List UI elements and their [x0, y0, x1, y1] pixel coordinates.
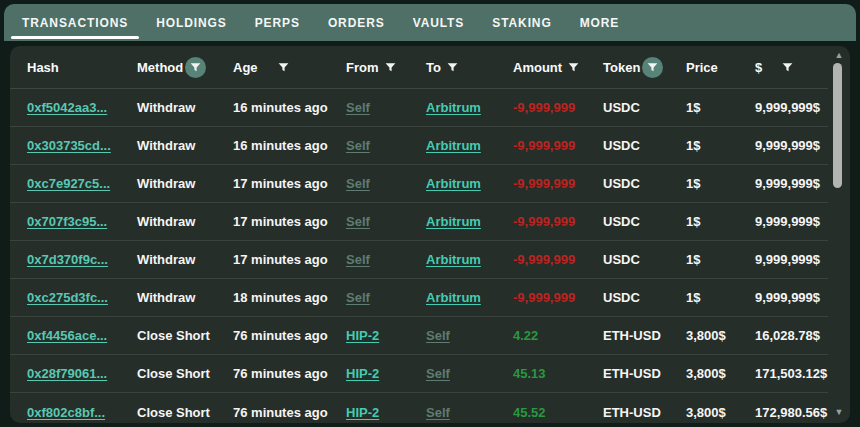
- table-row: 0xf802c8bf...Close Short76 minutes agoHI…: [10, 393, 828, 423]
- method-value: Close Short: [137, 405, 210, 420]
- to-link[interactable]: Arbitrum: [426, 290, 481, 305]
- hash-link[interactable]: 0x7d370f9c...: [27, 252, 108, 267]
- tab-holdings[interactable]: HOLDINGS: [142, 4, 241, 41]
- usd-value: 172,980.56$: [755, 405, 827, 420]
- age-value: 16 minutes ago: [233, 100, 328, 115]
- token-value: USDC: [603, 290, 640, 305]
- filter-icon[interactable]: [185, 57, 206, 78]
- to-link[interactable]: Arbitrum: [426, 138, 481, 153]
- amount-value: -9,999,999: [513, 214, 575, 229]
- table-row: 0xc7e927c5...Withdraw17 minutes agoSelfA…: [10, 165, 828, 203]
- from-link[interactable]: Self: [346, 290, 370, 305]
- tab-bar: TRANSACTIONSHOLDINGSPERPSORDERSVAULTSSTA…: [4, 4, 856, 41]
- token-value: USDC: [603, 100, 640, 115]
- hash-link[interactable]: 0x707f3c95...: [27, 214, 107, 229]
- method-value: Withdraw: [137, 138, 195, 153]
- age-value: 17 minutes ago: [233, 214, 328, 229]
- column-label: Method: [137, 60, 183, 75]
- hash-link[interactable]: 0xc7e927c5...: [27, 176, 110, 191]
- transactions-panel: HashMethodAgeFromToAmountTokenPrice$ 0xf…: [10, 46, 850, 423]
- token-value: USDC: [603, 252, 640, 267]
- price-value: 3,800$: [686, 366, 726, 381]
- price-value: 1$: [686, 100, 700, 115]
- filter-icon[interactable]: [642, 57, 663, 78]
- column-label: $: [755, 60, 762, 75]
- column-header-hash: Hash: [27, 60, 137, 75]
- to-link[interactable]: Arbitrum: [426, 176, 481, 191]
- table-row: 0x28f79061...Close Short76 minutes agoHI…: [10, 355, 828, 393]
- from-link[interactable]: Self: [346, 252, 370, 267]
- hash-link[interactable]: 0xf5042aa3...: [27, 100, 107, 115]
- tab-staking[interactable]: STAKING: [478, 4, 565, 41]
- column-label: From: [346, 60, 379, 75]
- amount-value: -9,999,999: [513, 290, 575, 305]
- to-link[interactable]: Arbitrum: [426, 100, 481, 115]
- table-body: 0xf5042aa3...Withdraw16 minutes agoSelfA…: [10, 89, 828, 423]
- column-label: Age: [233, 60, 258, 75]
- to-link[interactable]: Self: [426, 328, 450, 343]
- hash-link[interactable]: 0x28f79061...: [27, 366, 107, 381]
- from-link[interactable]: Self: [346, 214, 370, 229]
- method-value: Close Short: [137, 366, 210, 381]
- table-row: 0xc275d3fc...Withdraw18 minutes agoSelfA…: [10, 279, 828, 317]
- from-link[interactable]: Self: [346, 138, 370, 153]
- to-link[interactable]: Self: [426, 366, 450, 381]
- token-value: USDC: [603, 138, 640, 153]
- scrollbar[interactable]: ▲ ▼: [828, 46, 850, 423]
- usd-value: 9,999,999$: [755, 138, 820, 153]
- price-value: 1$: [686, 138, 700, 153]
- method-value: Withdraw: [137, 100, 195, 115]
- column-header-price: Price: [686, 60, 755, 75]
- tab-perps[interactable]: PERPS: [241, 4, 314, 41]
- from-link[interactable]: HIP-2: [346, 328, 379, 343]
- hash-link[interactable]: 0xf802c8bf...: [27, 405, 105, 420]
- scroll-down-icon[interactable]: ▼: [828, 408, 850, 417]
- from-link[interactable]: Self: [346, 100, 370, 115]
- usd-value: 9,999,999$: [755, 252, 820, 267]
- from-link[interactable]: Self: [346, 176, 370, 191]
- method-value: Withdraw: [137, 214, 195, 229]
- usd-value: 9,999,999$: [755, 176, 820, 191]
- usd-value: 9,999,999$: [755, 290, 820, 305]
- filter-icon[interactable]: [384, 61, 397, 74]
- token-value: ETH-USD: [603, 366, 661, 381]
- filter-icon[interactable]: [567, 61, 580, 74]
- tab-orders[interactable]: ORDERS: [314, 4, 399, 41]
- amount-value: -9,999,999: [513, 100, 575, 115]
- table-header-row: HashMethodAgeFromToAmountTokenPrice$: [10, 46, 828, 89]
- filter-icon[interactable]: [277, 61, 290, 74]
- hash-link[interactable]: 0xf4456ace...: [27, 328, 107, 343]
- column-header-usd: $: [755, 60, 828, 75]
- from-link[interactable]: HIP-2: [346, 405, 379, 420]
- column-header-age: Age: [233, 60, 346, 75]
- amount-value: -9,999,999: [513, 138, 575, 153]
- to-link[interactable]: Arbitrum: [426, 252, 481, 267]
- method-value: Withdraw: [137, 176, 195, 191]
- scroll-up-icon[interactable]: ▲: [828, 51, 850, 60]
- hash-link[interactable]: 0xc275d3fc...: [27, 290, 108, 305]
- filter-icon[interactable]: [446, 61, 459, 74]
- token-value: USDC: [603, 214, 640, 229]
- column-header-method: Method: [137, 57, 233, 78]
- tab-vaults[interactable]: VAULTS: [399, 4, 479, 41]
- table-row: 0x303735cd...Withdraw16 minutes agoSelfA…: [10, 127, 828, 165]
- to-link[interactable]: Arbitrum: [426, 214, 481, 229]
- table-row: 0xf5042aa3...Withdraw16 minutes agoSelfA…: [10, 89, 828, 127]
- filter-icon[interactable]: [781, 61, 794, 74]
- scrollbar-thumb[interactable]: [833, 63, 842, 188]
- column-header-token: Token: [603, 57, 686, 78]
- age-value: 76 minutes ago: [233, 328, 328, 343]
- hash-link[interactable]: 0x303735cd...: [27, 138, 111, 153]
- price-value: 1$: [686, 176, 700, 191]
- to-link[interactable]: Self: [426, 405, 450, 420]
- column-label: Price: [686, 60, 718, 75]
- usd-value: 9,999,999$: [755, 100, 820, 115]
- tab-more[interactable]: MORE: [566, 4, 634, 41]
- price-value: 1$: [686, 290, 700, 305]
- tab-transactions[interactable]: TRANSACTIONS: [8, 4, 142, 41]
- amount-value: -9,999,999: [513, 176, 575, 191]
- from-link[interactable]: HIP-2: [346, 366, 379, 381]
- price-value: 1$: [686, 252, 700, 267]
- transactions-table: HashMethodAgeFromToAmountTokenPrice$ 0xf…: [10, 46, 828, 423]
- table-row: 0x7d370f9c...Withdraw17 minutes agoSelfA…: [10, 241, 828, 279]
